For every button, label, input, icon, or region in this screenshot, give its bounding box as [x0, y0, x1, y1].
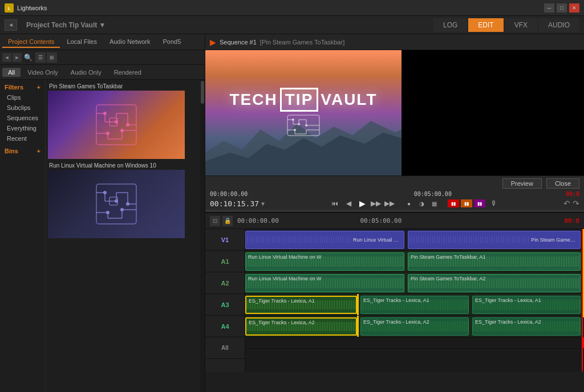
time-dropdown[interactable]: ▼: [261, 201, 265, 207]
filter-forward-button[interactable]: ►: [13, 53, 22, 62]
transport-fast-fwd[interactable]: ▶▶: [384, 198, 395, 209]
transport-step-fwd[interactable]: ▶▶: [370, 198, 382, 209]
timeline-snap-btn[interactable]: ⊡: [210, 216, 220, 226]
audio-btn[interactable]: 🎙: [489, 199, 499, 208]
clip-a1-1[interactable]: Pin Steam Games ToTaskbar, A1: [408, 252, 581, 271]
clip-label-a4-2: ES_Tiger Tracks - Lexica, A2: [473, 319, 544, 325]
clip-a4-0[interactable]: ES_Tiger Tracks - Lexica, A2: [245, 317, 357, 336]
circuit-svg-1: [94, 181, 139, 227]
tab-vfx[interactable]: VFX: [505, 18, 537, 32]
track-area[interactable]: Run Linux Virtual Machine on W Pin Steam…: [245, 229, 584, 371]
sequence-name: [Pin Steam Games ToTaskbar]: [260, 39, 344, 46]
timeline-start-time: 00:00:00.00: [237, 217, 279, 224]
mark-out[interactable]: ◑: [416, 198, 427, 209]
tab-log[interactable]: LOG: [433, 18, 467, 32]
track-row-a3[interactable]: ES_Tiger Tracks - Lexica, A1 ES_Tiger Tr…: [245, 294, 584, 316]
clip-a4-2[interactable]: ES_Tiger Tracks - Lexica, A2: [472, 317, 581, 336]
bins-label: Bins: [5, 148, 18, 154]
close-button[interactable]: ✕: [569, 3, 579, 13]
close-button[interactable]: Close: [546, 178, 579, 189]
undo-button[interactable]: ↶: [563, 199, 570, 208]
ct-tab-all[interactable]: All: [2, 68, 21, 77]
ct-tab-video[interactable]: Video Only: [22, 68, 64, 77]
tab-edit[interactable]: EDIT: [468, 18, 503, 32]
indicator-orange[interactable]: ▮▮: [461, 199, 472, 207]
nav-back-button[interactable]: ◄: [5, 19, 17, 31]
project-dropdown-icon[interactable]: ▼: [99, 21, 106, 29]
project-tab-local[interactable]: Local Files: [61, 36, 103, 48]
window-controls: ─ □ ✕: [544, 3, 579, 13]
transport-play[interactable]: ▶: [356, 198, 368, 209]
track-label-a4: A4: [205, 316, 245, 337]
filters-add-icon[interactable]: +: [37, 84, 40, 91]
sequence-icon: ▶: [210, 38, 216, 47]
timecode-left: 00:00:00.00: [210, 191, 248, 197]
logo-box-text: TIP: [285, 91, 314, 108]
logo-box: TIP: [280, 88, 319, 112]
clip-a4-1[interactable]: ES_Tiger Tracks - Lexica, A2: [360, 317, 469, 336]
track-row-v1[interactable]: Run Linux Virtual Machine on W Pin Steam…: [245, 229, 584, 251]
view-list-button[interactable]: ☰: [35, 52, 46, 63]
media-thumbnail-1[interactable]: [48, 170, 185, 238]
track-row-a1[interactable]: Run Linux Virtual Machine on W Pin Steam…: [245, 251, 584, 272]
preview-controls: Preview Close 00:00:00.00 00:05:00.00 00…: [205, 175, 584, 210]
media-scroll-thumb[interactable]: [201, 81, 204, 104]
clip-a2-1[interactable]: Pin Steam Games ToTaskbar, A2: [408, 274, 581, 292]
logo-left: TECH: [230, 91, 278, 109]
clip-a1-0[interactable]: Run Linux Virtual Machine on W: [245, 252, 404, 271]
media-scrollbar[interactable]: [200, 80, 205, 392]
clip-v1-1[interactable]: Pin Steam Games ToTaskbar: [408, 231, 581, 249]
project-tab-pond5[interactable]: Pond5: [157, 36, 186, 48]
maximize-button[interactable]: □: [557, 3, 567, 13]
title-bar: L Lightworks ─ □ ✕: [0, 0, 584, 16]
indicator-purple[interactable]: ▮▮: [474, 199, 485, 207]
sidebar-item-recent[interactable]: Recent: [0, 133, 45, 144]
svg-point-15: [103, 112, 107, 115]
redo-button[interactable]: ↷: [573, 199, 579, 208]
minimize-button[interactable]: ─: [544, 3, 554, 13]
clip-label-a4-1: ES_Tiger Tracks - Lexica, A2: [361, 319, 432, 325]
media-thumbnail-0[interactable]: [48, 91, 185, 159]
project-tab-audio[interactable]: Audio Network: [104, 36, 156, 48]
sidebar-item-sequences[interactable]: Sequences: [0, 113, 45, 123]
view-grid-button[interactable]: ⊞: [47, 52, 57, 63]
sidebar: Filters + Clips Subclips Sequences Every…: [0, 80, 46, 392]
search-button[interactable]: 🔍: [23, 52, 33, 63]
svg-point-57: [305, 124, 307, 126]
transport-step-back[interactable]: ◀: [343, 198, 354, 209]
sidebar-item-clips[interactable]: Clips: [0, 92, 45, 103]
ct-tab-audio[interactable]: Audio Only: [65, 68, 107, 77]
svg-point-38: [120, 208, 124, 211]
media-item-1[interactable]: Run Linux Virtual Machine on Windows 10: [48, 161, 202, 238]
preview-logo: TECH TIP VAULT: [230, 88, 378, 138]
clip-v1-0[interactable]: Run Linux Virtual Machine on W: [245, 231, 404, 249]
filter-back-button[interactable]: ◄: [2, 53, 11, 62]
track-row-a2[interactable]: Run Linux Virtual Machine on W Pin Steam…: [245, 272, 584, 294]
mark-in[interactable]: ●: [403, 198, 415, 209]
indicator-red[interactable]: ▮▮: [448, 199, 459, 207]
media-title-0: Pin Steam Games ToTaskbar: [48, 82, 202, 91]
bins-add-icon[interactable]: +: [37, 148, 40, 154]
media-grid[interactable]: Pin Steam Games ToTaskbar: [46, 80, 205, 392]
ct-tab-rendered[interactable]: Rendered: [108, 68, 147, 77]
clip-label-a1-1: Pin Steam Games ToTaskbar, A1: [408, 254, 488, 260]
track-label-v1: V1: [205, 229, 245, 251]
clip-a3-1[interactable]: ES_Tiger Tracks - Lexica, A1: [360, 296, 469, 314]
clip-a3-2[interactable]: ES_Tiger Tracks - Lexica, A1: [472, 296, 581, 314]
tab-audio[interactable]: AUDIO: [538, 18, 579, 32]
clip-label-v1-0: Run Linux Virtual Machine on W: [351, 237, 404, 243]
clip-label-a3-1: ES_Tiger Tracks - Lexica, A1: [361, 297, 432, 303]
mark-clip[interactable]: ▦: [428, 198, 440, 209]
track-row-a4[interactable]: ES_Tiger Tracks - Lexica, A2 ES_Tiger Tr…: [245, 316, 584, 337]
timeline-lock-btn[interactable]: 🔒: [222, 216, 233, 226]
project-tab-contents[interactable]: Project Contents: [2, 36, 60, 48]
right-yellow-bar: [582, 229, 584, 317]
transport-goto-start[interactable]: ⏮: [329, 198, 340, 209]
sidebar-item-subclips[interactable]: Subclips: [0, 103, 45, 113]
preview-button[interactable]: Preview: [502, 178, 542, 189]
media-item-0[interactable]: Pin Steam Games ToTaskbar: [48, 82, 202, 159]
sidebar-item-everything[interactable]: Everything: [0, 123, 45, 133]
transport-bar: 00:10:15.37 ▼ ⏮ ◀ ▶ ▶▶ ▶▶ ● ◑ ▦ ▮▮ ▮: [210, 198, 579, 209]
clip-a3-0[interactable]: ES_Tiger Tracks - Lexica, A1: [245, 296, 357, 314]
clip-a2-0[interactable]: Run Linux Virtual Machine on W: [245, 274, 404, 292]
